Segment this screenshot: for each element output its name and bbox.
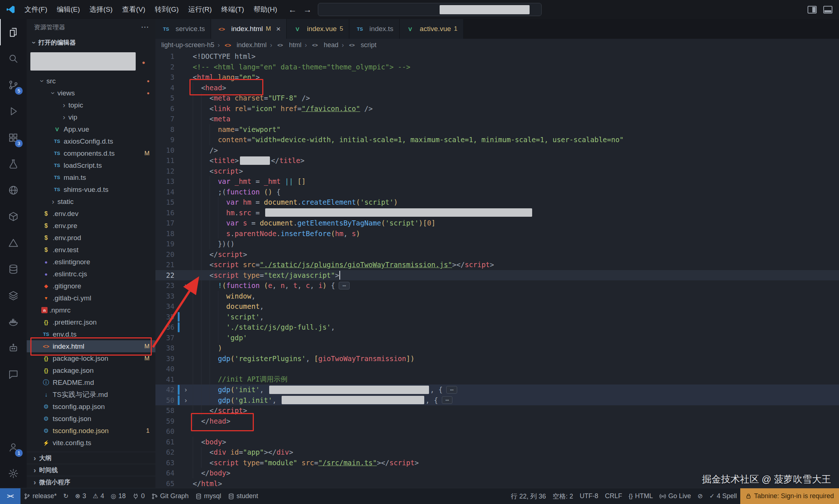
activity-search-button[interactable]: [0, 45, 27, 72]
code-line-18[interactable]: 18s.parentNode.insertBefore(hm, s): [155, 228, 839, 239]
code-line-5[interactable]: 5<meta charset="UTF-8" />: [155, 93, 839, 103]
tree-item-tsconfig.node.json[interactable]: ⚙tsconfig.node.json1: [27, 425, 155, 437]
breadcrumb-item-html[interactable]: <>html: [275, 41, 301, 49]
code-line-61[interactable]: 61<body>: [155, 437, 839, 447]
tree-item-TS实践与记录.md[interactable]: ↓TS实践与记录.md: [27, 389, 155, 401]
code-line-19[interactable]: 19})(): [155, 239, 839, 249]
folded-code-badge[interactable]: ⋯: [339, 282, 350, 289]
tree-item-vip[interactable]: ›vip: [27, 111, 155, 123]
activity-database-button[interactable]: [0, 256, 27, 282]
status-item-student[interactable]: student: [225, 488, 262, 504]
status-item-18[interactable]: ◎18: [108, 488, 129, 504]
sidebar-section-时间线[interactable]: ›时间线: [27, 464, 155, 476]
activity-docker-button[interactable]: [0, 308, 27, 335]
sidebar-section-大纲[interactable]: ›大纲: [27, 452, 155, 464]
code-line-63[interactable]: 63<script type="module" src="/src/main.t…: [155, 458, 839, 468]
close-icon[interactable]: ×: [276, 24, 281, 33]
status-item-4 Spell[interactable]: ✓4 Spell: [706, 488, 740, 504]
code-line-1[interactable]: 1<!DOCTYPE html>: [155, 51, 839, 62]
tree-item-.env.dev[interactable]: $.env.dev: [27, 208, 155, 220]
breadcrumb-item-script[interactable]: <>script: [347, 41, 376, 49]
code-line-42[interactable]: 42›gdp('init', , {⋯: [155, 384, 839, 395]
tree-item-.env.prod[interactable]: $.env.prod: [27, 232, 155, 244]
activity-triangle-button[interactable]: [0, 230, 27, 256]
code-line-15[interactable]: 15var hm = document.createElement('scrip…: [155, 197, 839, 208]
code-line-9[interactable]: 9content="width=device-width, initial-sc…: [155, 134, 839, 145]
tree-item-.prettierrc.json[interactable]: {}.prettierrc.json: [27, 316, 155, 328]
menu-item[interactable]: 帮助(H): [249, 0, 282, 19]
tree-item-.env.pre[interactable]: $.env.pre: [27, 220, 155, 232]
status-item-空格: 2[interactable]: 空格: 2: [549, 488, 576, 504]
breadcrumb-item-index.html[interactable]: <>index.html: [223, 41, 267, 49]
tree-item-loadScript.ts[interactable]: TSloadScript.ts: [27, 159, 155, 171]
menu-item[interactable]: 编辑(E): [52, 0, 84, 19]
tree-item-.eslintignore[interactable]: ●.eslintignore: [27, 256, 155, 268]
code-line-23[interactable]: 23›!(function (e, n, t, c, i) {⋯: [155, 280, 839, 291]
breadcrumb-item-light-up-screen-h5[interactable]: light-up-screen-h5: [161, 41, 214, 49]
activity-layers-button[interactable]: [0, 282, 27, 308]
tree-item-tsconfig.app.json[interactable]: ⚙tsconfig.app.json: [27, 401, 155, 413]
activity-testing-button[interactable]: [0, 151, 27, 177]
open-editors-section[interactable]: › 打开的编辑器: [27, 35, 155, 50]
tab-active.vue[interactable]: Vactive.vue1: [400, 19, 464, 39]
status-item-Go Live[interactable]: Go Live: [656, 488, 694, 504]
code-line-59[interactable]: 59</head>: [155, 416, 839, 427]
status-item-Git Graph[interactable]: Git Graph: [148, 488, 192, 504]
activity-settings-button[interactable]: [0, 460, 27, 486]
tab-index.ts[interactable]: TSindex.ts: [349, 19, 399, 39]
activity-run-debug-button[interactable]: [0, 98, 27, 124]
code-line-3[interactable]: 3<html lang="en">: [155, 72, 839, 83]
breadcrumb-item-head[interactable]: <>head: [310, 41, 338, 49]
code-line-7[interactable]: 7<meta: [155, 114, 839, 124]
tree-item-.gitlab-ci.yml[interactable]: ▼.gitlab-ci.yml: [27, 292, 155, 304]
status-item-UTF-8[interactable]: UTF-8: [576, 488, 602, 504]
activity-source-control-button[interactable]: 5: [0, 72, 27, 98]
code-line-34[interactable]: 34document,: [155, 301, 839, 312]
fold-chevron-icon[interactable]: ›: [180, 396, 191, 404]
code-line-6[interactable]: 6<link rel="icon" href="/favicon.ico" />: [155, 103, 839, 114]
activity-robot-button[interactable]: [0, 335, 27, 361]
sidebar-section-微信小程序[interactable]: ›微信小程序: [27, 476, 155, 488]
code-line-33[interactable]: 33window,: [155, 291, 839, 302]
activity-chat-button[interactable]: [0, 361, 27, 387]
menu-item[interactable]: 文件(F): [20, 0, 52, 19]
code-line-10[interactable]: 10/>: [155, 145, 839, 156]
menu-item[interactable]: 终端(T): [217, 0, 249, 19]
tree-item-App.vue[interactable]: VApp.vue: [27, 123, 155, 135]
fold-chevron-icon[interactable]: ›: [180, 386, 191, 394]
nav-forward-icon[interactable]: →: [303, 5, 312, 15]
menu-item[interactable]: 运行(R): [184, 0, 217, 19]
code-line-20[interactable]: 20</script>: [155, 249, 839, 260]
tree-item-vite.config.ts[interactable]: ⚡vite.config.ts: [27, 437, 155, 449]
code-line-40[interactable]: 40: [155, 364, 839, 374]
code-line-16[interactable]: 16hm.src =: [155, 208, 839, 218]
folded-code-badge[interactable]: ⋯: [446, 386, 457, 394]
tree-item-.env.test[interactable]: $.env.test: [27, 244, 155, 256]
code-line-38[interactable]: 38): [155, 343, 839, 353]
activity-package-button[interactable]: [0, 203, 27, 230]
code-line-35[interactable]: 35'script',: [155, 312, 839, 322]
tree-item-.npmrc[interactable]: n.npmrc: [27, 304, 155, 316]
code-line-13[interactable]: 13var _hmt = _hmt || []: [155, 176, 839, 187]
tree-item-shims-vue.d.ts[interactable]: TSshims-vue.d.ts: [27, 183, 155, 196]
tab-index.html[interactable]: <>index.htmlM×: [211, 19, 287, 39]
activity-extensions-button[interactable]: 3: [0, 124, 27, 151]
code-line-58[interactable]: 58</script>: [155, 405, 839, 416]
tree-item-tsconfig.json[interactable]: ⚙tsconfig.json: [27, 413, 155, 425]
code-line-60[interactable]: 60: [155, 426, 839, 437]
command-center-searchbox[interactable]: [318, 3, 542, 16]
code-line-4[interactable]: 4<head>: [155, 83, 839, 93]
tree-item-axiosConfig.d.ts[interactable]: TSaxiosConfig.d.ts: [27, 135, 155, 147]
code-line-2[interactable]: 2<!-- <html lang="en" data-theme="theme_…: [155, 62, 839, 72]
code-line-14[interactable]: 14;(function () {: [155, 187, 839, 197]
code-line-8[interactable]: 8name="viewport": [155, 124, 839, 135]
code-line-39[interactable]: 39gdp('registerPlugins', [gioTwoWayTrans…: [155, 353, 839, 364]
status-item-release*[interactable]: release*: [20, 488, 60, 504]
code-line-12[interactable]: 12<script>: [155, 166, 839, 177]
code-line-62[interactable]: 62<div id="app"></div>: [155, 447, 839, 458]
menu-item[interactable]: 选择(S): [85, 0, 117, 19]
tab-service.ts[interactable]: TSservice.ts: [155, 19, 211, 39]
tree-item-.eslintrc.cjs[interactable]: ●.eslintrc.cjs: [27, 268, 155, 280]
status-item-CRLF[interactable]: CRLF: [602, 488, 625, 504]
more-actions-icon[interactable]: ⋯: [141, 22, 149, 32]
